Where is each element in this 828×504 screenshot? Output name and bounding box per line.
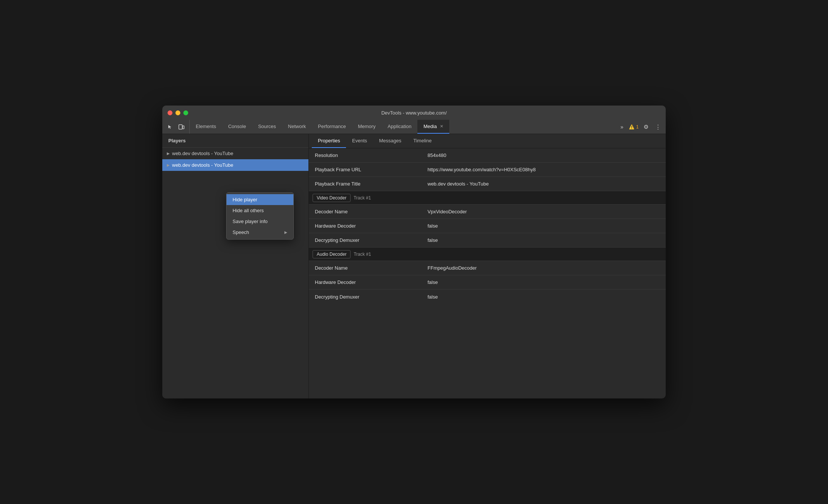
context-item-hide-all-others-label: Hide all others [233,208,264,213]
tab-media[interactable]: Media ✕ [417,120,449,134]
tab-console[interactable]: Console [222,120,252,134]
video-decoder-track: Track #1 [354,195,371,201]
player-label-1: web.dev devtools - YouTube [172,151,233,156]
toolbar: Elements Console Sources Network Perform… [162,120,666,134]
more-options-icon[interactable]: ⋮ [653,122,663,132]
context-menu: Hide player Hide all others Save player … [226,192,294,240]
sidebar: Players ▶ web.dev devtools - YouTube ▶ w… [162,134,309,398]
media-tab-close-icon[interactable]: ✕ [440,124,443,129]
window-title: DevTools - www.youtube.com/ [381,110,447,116]
toolbar-tabs: Elements Console Sources Network Perform… [190,120,614,134]
prop-key-v-decoder-name: Decoder Name [309,205,422,218]
prop-val-a-decoder-name: FFmpegAudioDecoder [422,261,666,275]
context-item-hide-player[interactable]: Hide player [227,194,293,205]
tab-memory[interactable]: Memory [352,120,382,134]
audio-decoder-badge: Audio Decoder [313,250,351,258]
prop-key-v-decrypting-demuxer: Decrypting Demuxer [309,234,422,247]
video-decoder-badge: Video Decoder [313,194,351,202]
prop-val-v-hardware-decoder: false [422,219,666,232]
warning-count: 1 [636,124,639,130]
settings-icon[interactable]: ⚙ [641,122,651,132]
player-arrow-icon-1: ▶ [167,151,170,155]
warning-badge[interactable]: ⚠️ 1 [629,124,639,130]
more-tabs-button[interactable]: » [617,122,627,132]
prop-row-playback-title: Playback Frame Title web.dev devtools - … [309,177,666,191]
properties-table: Resolution 854x480 Playback Frame URL ht… [309,148,666,398]
prop-val-a-decrypting-demuxer: false [422,290,666,303]
tab-elements[interactable]: Elements [190,120,222,134]
context-item-save-player-info-label: Save player info [233,219,267,224]
prop-key-a-decrypting-demuxer: Decrypting Demuxer [309,290,422,303]
device-toolbar-icon[interactable] [177,122,186,132]
prop-key-a-hardware-decoder: Hardware Decoder [309,276,422,289]
svg-rect-0 [179,125,182,129]
tab-application[interactable]: Application [382,120,418,134]
prop-key-v-hardware-decoder: Hardware Decoder [309,219,422,232]
prop-row-playback-url: Playback Frame URL https://www.youtube.c… [309,163,666,177]
sidebar-header: Players [162,134,308,148]
prop-row-a-decoder-name: Decoder Name FFmpegAudioDecoder [309,261,666,275]
context-item-save-player-info[interactable]: Save player info [227,216,293,227]
devtools-window: DevTools - www.youtube.com/ Elements Con… [162,106,666,398]
tab-sources[interactable]: Sources [252,120,282,134]
prop-key-playback-title: Playback Frame Title [309,177,422,190]
titlebar: DevTools - www.youtube.com/ [162,106,666,120]
tab-timeline[interactable]: Timeline [407,134,438,148]
prop-val-playback-url: https://www.youtube.com/watch?v=H0XScE08… [422,163,666,176]
cursor-icon[interactable] [165,122,175,132]
prop-row-resolution: Resolution 854x480 [309,148,666,163]
panel: Properties Events Messages Timeline Reso… [309,134,666,398]
toolbar-left-icons [162,120,190,134]
prop-val-v-decrypting-demuxer: false [422,234,666,247]
minimize-button[interactable] [175,110,180,115]
tab-properties[interactable]: Properties [312,134,346,148]
maximize-button[interactable] [183,110,188,115]
context-item-hide-player-label: Hide player [233,197,257,202]
main-content: Players ▶ web.dev devtools - YouTube ▶ w… [162,134,666,398]
context-item-speech-label: Speech [233,229,249,235]
context-item-speech[interactable]: Speech ▶ [227,227,293,238]
player-label-2: web.dev devtools - YouTube [172,162,233,168]
context-item-hide-all-others[interactable]: Hide all others [227,205,293,216]
audio-decoder-track: Track #1 [354,252,371,257]
svg-rect-1 [183,126,184,129]
video-decoder-section-header: Video Decoder Track #1 [309,191,666,205]
warning-icon: ⚠️ [629,124,635,130]
prop-val-resolution: 854x480 [422,149,666,162]
prop-row-v-decrypting-demuxer: Decrypting Demuxer false [309,233,666,247]
prop-row-a-hardware-decoder: Hardware Decoder false [309,275,666,290]
audio-decoder-section-header: Audio Decoder Track #1 [309,247,666,261]
prop-row-v-decoder-name: Decoder Name VpxVideoDecoder [309,205,666,219]
tab-network[interactable]: Network [282,120,312,134]
player-arrow-icon-2: ▶ [167,163,170,167]
prop-row-a-decrypting-demuxer: Decrypting Demuxer false [309,290,666,304]
prop-key-resolution: Resolution [309,149,422,162]
toolbar-right: » ⚠️ 1 ⚙ ⋮ [614,120,666,134]
prop-row-v-hardware-decoder: Hardware Decoder false [309,219,666,233]
speech-submenu-icon: ▶ [284,230,287,234]
player-item-2[interactable]: ▶ web.dev devtools - YouTube [162,159,308,171]
prop-val-v-decoder-name: VpxVideoDecoder [422,205,666,218]
panel-tabs: Properties Events Messages Timeline [309,134,666,148]
tab-performance[interactable]: Performance [312,120,352,134]
prop-val-a-hardware-decoder: false [422,276,666,289]
prop-key-a-decoder-name: Decoder Name [309,261,422,275]
tab-events[interactable]: Events [346,134,373,148]
player-item-1[interactable]: ▶ web.dev devtools - YouTube [162,148,308,159]
tab-messages[interactable]: Messages [373,134,407,148]
window-controls [168,110,188,115]
close-button[interactable] [168,110,172,115]
prop-key-playback-url: Playback Frame URL [309,163,422,176]
prop-val-playback-title: web.dev devtools - YouTube [422,177,666,190]
